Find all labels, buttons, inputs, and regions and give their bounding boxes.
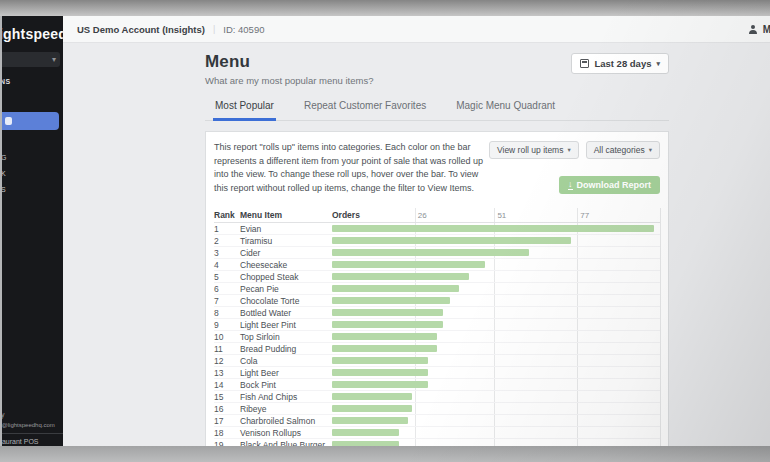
column-header-orders: Orders [332,208,660,223]
tab-most-popular[interactable]: Most Popular [213,100,276,121]
rank-cell: 15 [214,391,240,403]
bar-cell [332,379,660,391]
orders-bar[interactable] [332,381,428,388]
orders-bar[interactable] [332,345,437,352]
menu-item-cell: Charbroiled Salmon [240,415,332,427]
orders-bar[interactable] [332,237,571,244]
orders-bar[interactable] [332,225,654,232]
rank-cell: 11 [214,343,240,355]
bar-cell [332,283,660,295]
sidebar-account-dropdown[interactable]: ▾ [2,52,60,67]
category-filter-dropdown[interactable]: All categories ▾ [586,141,660,159]
orders-bar[interactable] [332,273,469,280]
menu-item-cell: Cider [240,247,332,259]
sidebar-item[interactable]: S [2,182,63,198]
menu-item-cell: Chopped Steak [240,271,332,283]
column-header-rank: Rank [214,208,240,223]
sidebar-footer-email: t@lightspeedhq.com [2,422,63,428]
orders-bar[interactable] [332,357,428,364]
report-controls: View roll up items ▾ All categories ▾ ↓ [489,141,660,195]
bar-cell [332,247,660,259]
orders-bar[interactable] [332,321,443,328]
date-range-button[interactable]: Last 28 days ▾ [571,53,669,74]
download-report-button[interactable]: ↓ Download Report [559,176,660,194]
user-menu-label: M [763,24,770,35]
download-icon: ↓ [568,180,573,190]
bar-cell [332,391,660,403]
rank-cell: 8 [214,307,240,319]
rank-cell: 16 [214,403,240,415]
orders-bar[interactable] [332,297,450,304]
date-range-label: Last 28 days [594,58,651,69]
rollup-filter-label: View roll up items [497,145,563,155]
page-subtitle: What are my most popular menu items? [205,75,373,86]
account-id: ID: 40590 [223,24,264,35]
rank-cell: 12 [214,355,240,367]
account-name: US Demo Account (Insights) [77,24,205,35]
rank-cell: 4 [214,259,240,271]
bar-cell [332,355,660,367]
menu-item-cell: Bread Pudding [240,343,332,355]
menu-item-cell: Bottled Water [240,307,332,319]
menu-item-cell: Bock Pint [240,379,332,391]
tab-magic-menu-quadrant[interactable]: Magic Menu Quadrant [454,100,557,121]
orders-bar[interactable] [332,429,399,436]
chevron-down-icon: ▾ [656,60,660,67]
user-menu[interactable]: M [749,24,768,35]
app-window: ightspeed ▾ NS G K S y t@lightspeedhq.co… [2,16,770,446]
report-description: This report "rolls up" items into catego… [214,141,489,195]
menu-item-cell: Cola [240,355,332,367]
orders-bar[interactable] [332,249,529,256]
orders-bar[interactable] [332,369,428,376]
orders-bar-chart: Rank 123456789101112131415161718192021 M… [214,208,660,446]
bar-cell [332,439,660,446]
orders-bar[interactable] [332,393,412,400]
page-header: Menu What are my most popular menu items… [205,52,669,86]
x-axis-tick-label: 51 [497,208,506,223]
rank-cell: 10 [214,331,240,343]
rank-cell: 6 [214,283,240,295]
rollup-filter-dropdown[interactable]: View roll up items ▾ [489,141,579,159]
lightspeed-logo: ightspeed [2,26,63,42]
sidebar-nav-list: G K S [2,150,63,198]
menu-item-cell: Pecan Pie [240,283,332,295]
chevron-down-icon: ▾ [649,147,652,154]
menu-item-cell: Light Beer [240,367,332,379]
rank-cell: 9 [214,319,240,331]
bar-cell [332,235,660,247]
rank-cell: 1 [214,223,240,235]
sidebar-item[interactable]: K [2,166,63,182]
sidebar-footer-divider [2,433,63,434]
menu-item-cell: Ribeye [240,403,332,415]
rank-cell: 18 [214,427,240,439]
bar-cell [332,427,660,439]
download-report-label: Download Report [577,180,652,190]
menu-item-cell: Top Sirloin [240,331,332,343]
bar-cell [332,403,660,415]
sidebar-section-label: NS [2,78,63,85]
video-letterbox-bottom [0,446,770,462]
orders-bar[interactable] [332,285,459,292]
bar-cell [332,343,660,355]
orders-bar[interactable] [332,261,485,268]
x-axis-tick-label: 77 [580,208,589,223]
orders-bar[interactable] [332,309,443,316]
bar-cell [332,415,660,427]
orders-bar[interactable] [332,333,437,340]
menu-item-cell: Black And Blue Burger [240,439,332,446]
sidebar-item[interactable]: G [2,150,63,166]
menu-item-cell: Evian [240,223,332,235]
orders-bar[interactable] [332,405,412,412]
bar-cell [332,295,660,307]
sidebar-footer-line: y [2,411,63,418]
bar-cell [332,307,660,319]
chevron-down-icon: ▾ [567,147,570,154]
tab-repeat-customer-favorites[interactable]: Repeat Customer Favorites [302,100,428,121]
sidebar-footer-product: taurant POS [2,438,63,445]
bar-cell [332,223,660,235]
orders-bar[interactable] [332,417,408,424]
page-content: Menu What are my most popular menu items… [63,43,770,446]
sidebar: ightspeed ▾ NS G K S y t@lightspeedhq.co… [2,16,63,446]
sidebar-item-selected[interactable] [2,112,59,130]
selected-item-icon [5,117,12,125]
